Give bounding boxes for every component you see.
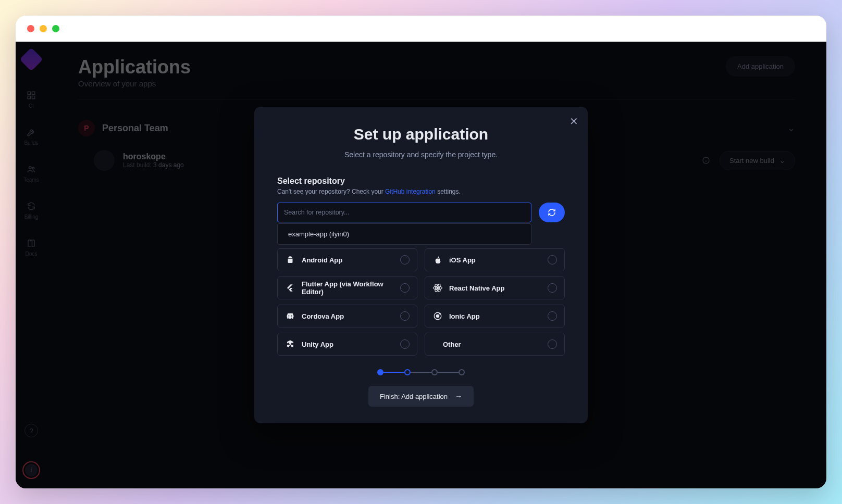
window-close-dot[interactable] — [27, 25, 34, 32]
step-connector — [438, 372, 459, 373]
window-minimize-dot[interactable] — [40, 25, 47, 32]
window-zoom-dot[interactable] — [52, 25, 59, 32]
finish-add-application-button[interactable]: Finish: Add application → — [368, 386, 474, 407]
radio-indicator — [400, 283, 410, 293]
github-integration-link[interactable]: GitHub integration — [385, 188, 436, 195]
project-type-flutter[interactable]: Flutter App (via Workflow Editor) — [277, 276, 417, 299]
svg-point-9 — [437, 287, 438, 288]
hint-prefix: Can't see your repository? Check your — [277, 188, 385, 195]
project-type-cordova[interactable]: Cordova App — [277, 305, 417, 327]
radio-indicator — [400, 255, 410, 264]
arrow-right-icon: → — [455, 392, 462, 400]
project-type-grid: Android App iOS App Fl — [277, 248, 565, 356]
finish-label: Finish: Add application — [380, 393, 448, 400]
titlebar — [16, 16, 826, 42]
project-type-ionic[interactable]: Ionic App — [425, 305, 565, 327]
refresh-button[interactable] — [539, 203, 565, 222]
radio-indicator — [548, 311, 557, 321]
repository-option[interactable]: example-app (ilyin0) — [278, 224, 531, 244]
project-type-other[interactable]: Other — [425, 333, 565, 356]
type-label: React Native App — [449, 284, 541, 292]
close-button[interactable]: ✕ — [569, 115, 578, 128]
flutter-icon — [285, 283, 295, 293]
stepper — [277, 369, 565, 375]
type-label: Other — [443, 341, 541, 348]
step-connector — [383, 372, 404, 373]
repository-hint: Can't see your repository? Check your Gi… — [277, 188, 565, 195]
react-icon — [432, 283, 443, 293]
app-shell: CI Builds Teams Billing — [16, 42, 826, 488]
hint-suffix: settings. — [436, 188, 461, 195]
step-4-dot — [459, 369, 465, 375]
radio-indicator — [548, 255, 557, 264]
step-connector — [411, 372, 431, 373]
project-type-ios[interactable]: iOS App — [425, 248, 565, 271]
type-label: Android App — [302, 256, 394, 264]
apple-icon — [432, 255, 443, 265]
type-label: Unity App — [302, 341, 394, 348]
radio-indicator — [548, 283, 557, 293]
type-label: Flutter App (via Workflow Editor) — [302, 280, 394, 296]
modal-subtitle: Select a repository and specify the proj… — [277, 150, 565, 159]
project-type-android[interactable]: Android App — [277, 248, 417, 271]
radio-indicator — [400, 339, 410, 349]
project-type-react-native[interactable]: React Native App — [425, 276, 565, 299]
android-icon — [285, 255, 295, 265]
refresh-icon — [548, 208, 556, 217]
project-type-unity[interactable]: Unity App — [277, 333, 417, 356]
modal-title: Set up application — [277, 125, 565, 143]
setup-application-modal: ✕ Set up application Select a repository… — [254, 107, 588, 423]
radio-indicator — [548, 339, 557, 349]
type-label: Ionic App — [449, 312, 541, 320]
type-label: Cordova App — [302, 312, 394, 320]
radio-indicator — [400, 311, 410, 321]
type-label: iOS App — [449, 256, 541, 264]
step-1-dot — [377, 369, 383, 375]
select-repository-title: Select repository — [277, 177, 565, 186]
blank-icon — [432, 339, 443, 349]
step-3-dot — [431, 369, 438, 375]
svg-point-14 — [436, 314, 439, 317]
unity-icon — [285, 339, 295, 349]
ionic-icon — [432, 311, 443, 321]
repository-search-input[interactable] — [277, 203, 531, 222]
step-2-dot — [404, 369, 411, 375]
browser-window: CI Builds Teams Billing — [16, 16, 826, 488]
close-icon: ✕ — [569, 116, 578, 127]
cordova-icon — [285, 311, 295, 321]
repository-dropdown: example-app (ilyin0) — [277, 223, 531, 245]
svg-point-15 — [439, 313, 441, 314]
